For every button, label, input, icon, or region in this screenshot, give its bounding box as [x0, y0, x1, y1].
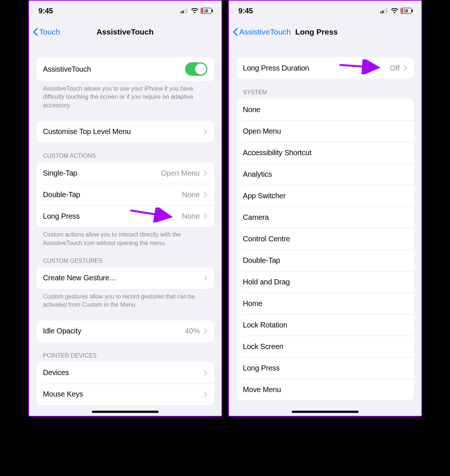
footer-assistivetouch: AssistiveTouch allows you to use your iP… — [36, 81, 214, 110]
row-label: Move Menu — [243, 385, 281, 394]
row-label: App Switcher — [243, 192, 286, 200]
row-label: Accessibility Shortcut — [243, 149, 312, 157]
svg-rect-8 — [386, 8, 387, 13]
back-button[interactable]: Touch — [33, 27, 60, 36]
row-idle-opacity[interactable]: Idle Opacity 40% — [36, 320, 214, 342]
svg-rect-2 — [184, 9, 185, 13]
row-value: None — [182, 190, 200, 199]
row-customise-menu[interactable]: Customise Top Level Menu — [36, 121, 214, 142]
row-label: Create New Gesture… — [43, 274, 117, 282]
row-system-open-menu[interactable]: Open Menu — [236, 120, 414, 142]
row-label: Analytics — [243, 170, 272, 179]
row-devices[interactable]: Devices — [36, 362, 214, 384]
row-long-press-duration[interactable]: Long Press Duration Off — [236, 57, 414, 79]
group-idle-opacity: Idle Opacity 40% — [36, 320, 214, 342]
battery-icon: 18 — [401, 8, 412, 14]
row-label: Single-Tap — [43, 169, 78, 177]
row-single-tap[interactable]: Single-Tap Open Menu — [36, 162, 214, 184]
header-custom-actions: CUSTOM ACTIONS — [36, 142, 214, 162]
back-label: AssistiveTouch — [239, 27, 291, 36]
row-label: Open Menu — [243, 127, 281, 136]
row-label: Devices — [43, 368, 69, 377]
row-assistivetouch[interactable]: AssistiveTouch — [36, 57, 214, 81]
group-assistivetouch-toggle: AssistiveTouch — [36, 57, 214, 81]
row-label: Long Press — [43, 212, 80, 221]
footer-custom-actions: Custom actions allow you to interact dir… — [36, 227, 214, 247]
status-right: 18 — [181, 8, 212, 14]
page-title: Long Press — [295, 27, 337, 36]
chevron-right-icon — [204, 370, 207, 376]
arrow-annotation-icon — [129, 208, 178, 222]
row-system-camera[interactable]: Camera — [236, 206, 414, 228]
chevron-right-icon — [204, 391, 207, 397]
row-value: None — [182, 212, 200, 221]
group-custom-actions: Single-Tap Open Menu Double-Tap None Lon… — [36, 162, 214, 227]
header-system: SYSTEM — [236, 79, 414, 99]
signal-icon — [381, 8, 389, 13]
row-system-double-tap[interactable]: Double-Tap — [236, 250, 414, 271]
signal-icon — [181, 8, 189, 13]
back-button[interactable]: AssistiveTouch — [233, 27, 291, 36]
row-long-press[interactable]: Long Press None — [36, 205, 214, 227]
home-indicator[interactable] — [292, 411, 359, 413]
status-time: 9:45 — [239, 7, 253, 15]
row-double-tap[interactable]: Double-Tap None — [36, 184, 214, 205]
status-time: 9:45 — [39, 7, 53, 15]
row-label: Double-Tap — [43, 190, 80, 199]
row-system-none[interactable]: None — [236, 99, 414, 120]
content-left: AssistiveTouch AssistiveTouch allows you… — [29, 43, 221, 416]
row-mouse-keys[interactable]: Mouse Keys — [36, 384, 214, 405]
home-indicator[interactable] — [92, 411, 159, 413]
row-system-hold-and-drag[interactable]: Hold and Drag — [236, 271, 414, 293]
chevron-right-icon — [204, 275, 207, 281]
header-custom-gestures: CUSTOM GESTURES — [36, 247, 214, 267]
nav-header: Touch AssistiveTouch — [29, 21, 221, 43]
battery-icon: 18 — [201, 8, 212, 14]
row-system-accessibility-shortcut[interactable]: Accessibility Shortcut — [236, 142, 414, 163]
svg-rect-3 — [186, 8, 187, 13]
header-pointer-devices: POINTER DEVICES — [36, 342, 214, 362]
row-create-gesture[interactable]: Create New Gesture… — [36, 267, 214, 289]
row-system-move-menu[interactable]: Move Menu — [236, 379, 414, 400]
row-system-long-press[interactable]: Long Press — [236, 357, 414, 379]
row-system-home[interactable]: Home — [236, 293, 414, 314]
svg-rect-6 — [382, 10, 383, 13]
row-label: Double-Tap — [243, 256, 280, 265]
row-system-analytics[interactable]: Analytics — [236, 163, 414, 185]
row-label: Control Centre — [243, 235, 290, 243]
row-value: 40% — [185, 327, 200, 335]
chevron-right-icon — [404, 65, 407, 71]
switch-assistivetouch[interactable] — [185, 62, 207, 76]
row-label: Mouse Keys — [43, 390, 83, 398]
row-system-lock-screen[interactable]: Lock Screen — [236, 336, 414, 357]
phone-left: 9:45 18 Touch AssistiveTouch — [28, 0, 222, 417]
footer-custom-gestures: Custom gestures allow you to record gest… — [36, 289, 214, 309]
wifi-icon — [391, 8, 398, 13]
row-label: Lock Screen — [243, 342, 284, 351]
nav-header: AssistiveTouch Long Press — [229, 21, 421, 43]
chevron-right-icon — [204, 192, 207, 198]
row-label: Camera — [243, 213, 269, 222]
back-label: Touch — [39, 27, 60, 36]
row-system-app-switcher[interactable]: App Switcher — [236, 185, 414, 206]
svg-rect-1 — [182, 10, 184, 13]
row-system-lock-rotation[interactable]: Lock Rotation — [236, 314, 414, 336]
wifi-icon — [191, 8, 198, 13]
row-value: Off — [390, 64, 399, 72]
row-label: AssistiveTouch — [43, 65, 91, 74]
group-duration: Long Press Duration Off — [236, 57, 414, 79]
svg-rect-5 — [381, 12, 382, 13]
page-title: AssistiveTouch — [97, 27, 154, 36]
chevron-right-icon — [204, 170, 207, 176]
chevron-right-icon — [204, 128, 207, 134]
svg-rect-7 — [384, 9, 385, 13]
phone-right: 9:45 18 AssistiveTouch Long Press — [228, 0, 422, 417]
svg-line-4 — [131, 211, 171, 217]
row-label: Idle Opacity — [43, 327, 81, 335]
group-customise: Customise Top Level Menu — [36, 121, 214, 142]
row-system-control-centre[interactable]: Control Centre — [236, 228, 414, 250]
row-value: Open Menu — [161, 169, 200, 177]
row-label: Lock Rotation — [243, 321, 288, 329]
arrow-annotation-icon — [339, 59, 385, 74]
svg-line-9 — [340, 65, 379, 68]
